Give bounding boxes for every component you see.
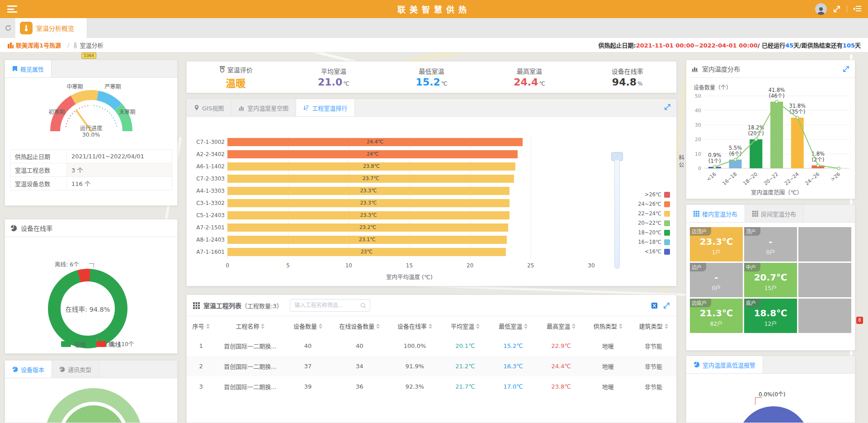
sort-carets-icon[interactable] [319,323,322,329]
column-header-4[interactable]: 在线设备数量 [330,316,388,336]
sort-carets-icon[interactable] [572,323,576,329]
sort-asc-icon[interactable] [572,323,576,326]
search-icon[interactable] [360,303,366,309]
table-row[interactable]: 2首创国际一二期换...373491.9%21.2℃16.3℃24.4℃地暖非节… [187,356,676,376]
stat-label-text: 最高室温 [517,67,542,76]
column-header-10[interactable]: 建筑类型 [631,316,676,336]
sort-carets-icon[interactable] [619,323,623,329]
legend-item: 18~20℃ [638,229,670,236]
column-header-inner: 在线设备数量 [339,322,380,330]
thermometer-small-icon [73,42,78,48]
sort-desc-icon[interactable] [376,327,380,329]
map-alarm-marker[interactable]: 8 [856,317,863,324]
cell-平均室温: 21.2℃ [441,356,489,376]
column-header-inner: 最低室温 [499,322,528,330]
sort-carets-icon[interactable] [665,323,668,329]
table-row[interactable]: 3首创国际一二期换...393692.3%21.7℃17.0℃23.8℃地暖非节… [187,376,676,397]
sort-asc-icon[interactable] [665,323,668,326]
online-rate-text: 在线率: 94.8% [65,304,110,314]
tab-overview-attributes[interactable]: 概览属性 [5,60,52,77]
tab-temp-starmap[interactable]: 室内温度星空图 [231,99,296,116]
tab-device-version[interactable]: 设备版本 [5,361,52,378]
project-link[interactable]: 首创国际一二期换... [215,376,285,397]
tab-room-temp-overview[interactable]: 室温分析概览 [15,18,87,38]
temp-bar: 23.1℃ [227,236,507,244]
sort-asc-icon[interactable] [261,323,264,326]
breadcrumb-station[interactable]: 联美浑南1号热源 [16,41,61,49]
sort-desc-icon[interactable] [665,327,668,329]
column-header-6[interactable]: 平均室温 [441,316,489,336]
project-link[interactable]: 首创国际一二期换... [215,336,285,356]
device-version-chart [5,378,177,423]
right-panel-toggle-icon[interactable] [847,5,862,13]
cell-平均室温: 21.7℃ [441,376,489,397]
sort-carets-icon[interactable] [429,323,432,329]
user-avatar[interactable] [815,3,827,15]
sort-asc-icon[interactable] [319,323,322,326]
sort-desc-icon[interactable] [429,327,432,329]
alarm-pie-chart: 0.0%(0个) [686,374,855,423]
info-value: 116 个 [67,177,172,190]
cell-建筑类型: 非节能 [631,336,676,356]
sort-asc-icon[interactable] [619,323,623,326]
bar-value-label: 23.7℃ [227,175,514,183]
column-header-2[interactable]: 工程名称 [215,316,285,336]
refresh-icon[interactable] [5,24,12,32]
column-header-9[interactable]: 供热类型 [585,316,631,336]
tab-temp-alarm[interactable]: 室内温度高低温报警 [686,356,763,373]
sort-desc-icon[interactable] [261,327,264,329]
column-header-7[interactable]: 最低室温 [489,316,537,336]
gauge-seg-label: 末寒期 [119,108,136,115]
sort-desc-icon[interactable] [476,327,480,329]
sort-desc-icon[interactable] [572,327,576,329]
sort-asc-icon[interactable] [524,323,528,326]
expand-icon[interactable] [663,302,670,309]
legend-label: 20~22℃ [638,220,661,226]
tab-room-temp[interactable]: 房间室温分布 [745,205,804,222]
column-header-3[interactable]: 设备数量 [285,316,331,336]
project-search-input[interactable] [294,302,360,309]
sort-desc-icon[interactable] [206,327,210,329]
sort-asc-icon[interactable] [429,323,432,326]
bar-track: 24℃ [227,150,590,158]
bar-category-label: A7-1-1601 [196,249,225,255]
tab-temp-ranking[interactable]: 工程室温排行 [296,99,355,116]
export-excel-icon[interactable] [651,302,658,309]
bar-category-label: C5-1-2403 [196,212,225,219]
app-header: 联美智慧供热 [0,0,868,18]
sort-desc-icon[interactable] [319,327,322,329]
sort-carets-icon[interactable] [261,323,264,329]
project-table: 序号工程名称设备数量在线设备数量设备在线率平均室温最低室温最高室温供热类型建筑类… [187,316,676,397]
tab-building-temp[interactable]: 楼内室温分布 [686,205,745,222]
menu-toggle-icon[interactable] [7,5,17,13]
column-header-1[interactable]: 序号 [187,316,215,336]
sort-asc-icon[interactable] [206,323,210,326]
sort-carets-icon[interactable] [524,323,528,329]
sort-carets-icon[interactable] [476,323,480,329]
dist-marker [796,116,799,119]
project-link[interactable]: 首创国际一二期换... [215,356,285,376]
floor-cell-count: 15户 [764,284,777,291]
sort-desc-icon[interactable] [619,327,623,329]
bar-value-label: 23.3℃ [227,199,509,207]
temp-range-legend: >26℃24~26℃22~24℃20~22℃18~20℃16~18℃<16℃ [638,188,670,258]
gauge-seg-label: 初寒期 [49,108,65,115]
fullscreen-icon[interactable] [833,5,840,13]
tab-comm-type[interactable]: 通讯类型 [52,361,99,378]
thermometer-icon [20,22,33,34]
sort-asc-icon[interactable] [376,323,380,326]
sort-carets-icon[interactable] [206,323,210,329]
column-header-8[interactable]: 最高室温 [537,316,585,336]
sort-desc-icon[interactable] [524,327,528,329]
bar-track: 23℃ [227,248,590,256]
table-row[interactable]: 1首创国际一二期换...4040100.0%20.1℃15.2℃22.9℃地暖非… [187,336,676,356]
expand-icon[interactable] [664,104,671,110]
cell-建筑类型: 非节能 [631,376,676,397]
gauge-seg-label: 严寒期 [105,82,121,90]
column-header-5[interactable]: 设备在线率 [388,316,441,336]
sort-carets-icon[interactable] [376,323,380,329]
tab-gis-view[interactable]: GIS视图 [187,99,231,116]
expand-icon[interactable] [843,66,849,72]
sort-asc-icon[interactable] [476,323,480,326]
floor-temp-panel: 楼内室温分布房间室温分布 边顶户23.3℃1户顶户-0户边户-0户中户20.7℃… [686,204,855,351]
